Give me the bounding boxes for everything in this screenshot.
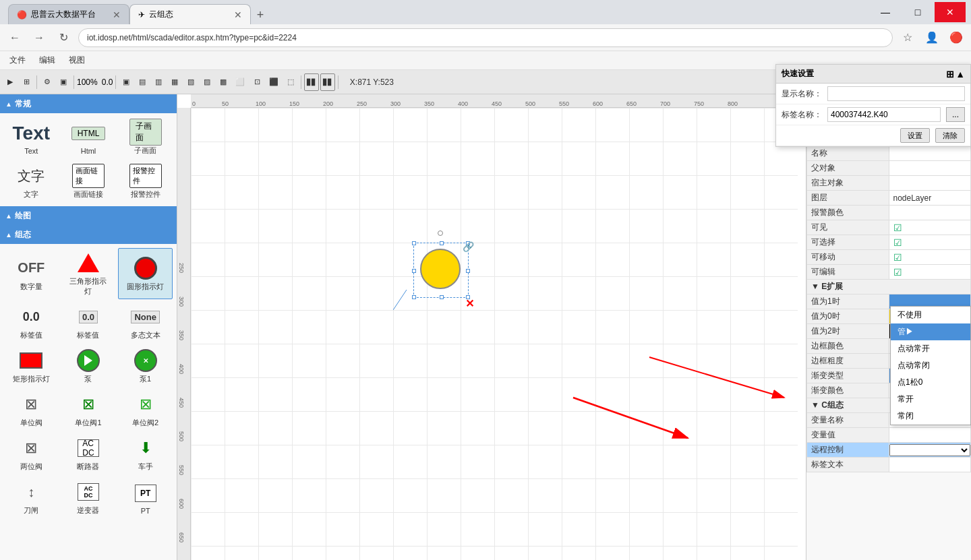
extension-button[interactable]: 🔴 [947,28,966,47]
widget-textsmall[interactable]: 文字 文字 [4,161,59,202]
widget-pagelink[interactable]: 画面链接 画面链接 [61,161,116,202]
widget-triangle-light[interactable]: 三角形指示灯 [61,248,116,299]
editable-check[interactable]: ☑ [893,267,902,278]
dropdown-item-pipe[interactable]: 管▶ [891,323,970,340]
prop-row-expand[interactable]: ▼ E扩展 [807,280,971,294]
canvas-area[interactable]: 0 50 100 150 200 250 300 350 400 450 500… [177,94,806,560]
tool-j[interactable]: ⬛ [266,73,282,91]
dropdown-item-nochange[interactable]: 不使用 [891,307,970,323]
tool-e[interactable]: ▧ [183,73,198,91]
forward-button[interactable]: → [30,28,49,47]
canvas-grid[interactable]: 🔗 ✕ [191,108,798,560]
tool-b[interactable]: ▤ [135,73,150,91]
tab-sipu[interactable]: 🔴 思普云大数据平台 ✕ [8,4,129,24]
handle-tl[interactable] [412,241,416,245]
widget-breaker[interactable]: ACDC 断路器 [61,433,116,474]
dropdown-item-always-open[interactable]: 常开 [891,391,970,408]
prop-value-host[interactable] [889,176,971,191]
handle-tm[interactable] [440,241,444,245]
tool-h[interactable]: ⬜ [232,73,248,91]
prop-expand-e[interactable]: ▼ E扩展 [807,280,971,294]
dropdown-item-always-close[interactable]: 常闭 [891,408,970,425]
widget-pump[interactable]: 泵 [61,346,116,387]
qs-tag-more-button[interactable]: ... [946,107,965,122]
new-tab-button[interactable]: + [251,5,270,24]
address-input[interactable] [78,28,893,47]
circle-indicator-element[interactable] [420,249,461,289]
widget-subfig[interactable]: 子画面 子画面 [118,117,173,158]
prop-value-tag-text[interactable] [889,458,971,472]
widget-rect-light[interactable]: 矩形指示灯 [4,346,59,387]
widget-text[interactable]: Text Text [4,117,59,158]
tool-f[interactable]: ▨ [200,73,214,91]
widget-pt[interactable]: PT PT [118,477,173,518]
widget-pump1[interactable]: ✕ 泵1 [118,346,173,387]
select-tool[interactable]: ▶ [3,73,18,91]
layout-tool[interactable]: ▣ [56,73,71,91]
qs-pin-button[interactable]: ⊞ [946,69,954,80]
bookmark-button[interactable]: ☆ [898,28,917,47]
rotation-handle[interactable] [438,230,443,236]
qs-collapse-button[interactable]: ▲ [955,69,965,80]
tool-k[interactable]: ⬚ [283,73,298,91]
tool-g[interactable]: ▩ [216,73,231,91]
dropdown-item-pulse-close[interactable]: 点动常闭 [891,357,970,374]
section-drawing[interactable]: ▲ 绘图 [0,206,177,225]
handle-ml[interactable] [412,269,416,273]
qs-display-name-input[interactable] [827,86,965,101]
widget-circle-light[interactable]: 圆形指示灯 [118,248,173,299]
menu-edit[interactable]: 编辑 [32,52,62,69]
widget-tagval1[interactable]: 0.0 标签值 [4,302,59,343]
canvas-content[interactable]: 🔗 ✕ [191,108,806,560]
prop-value-name[interactable] [889,146,971,161]
dropdown-item-pulse-open[interactable]: 点动常开 [891,340,970,357]
widget-inverter[interactable]: ACDC 逆变器 [61,477,116,518]
widget-tagval2[interactable]: 0.0 标签值 [61,302,116,343]
element-container[interactable]: 🔗 ✕ [407,222,474,303]
menu-view[interactable]: 视图 [62,52,92,69]
widget-valve1b[interactable]: ⊠ 单位阀2 [118,390,173,431]
widget-valve2[interactable]: ⊠ 两位阀 [4,433,59,474]
tool-a[interactable]: ▣ [119,73,134,91]
tab-cloud[interactable]: ✈ 云组态 ✕ [129,4,251,24]
selectable-check[interactable]: ☑ [893,237,902,248]
prop-value-parent[interactable] [889,161,971,176]
minimize-button[interactable]: — [870,2,901,22]
remote-control-select[interactable] [889,444,971,456]
widget-car[interactable]: ⬇ 车手 [118,433,173,474]
handle-bm[interactable] [440,295,444,299]
tool-m2[interactable]: ▊▊ [320,73,335,91]
prop-value-visible[interactable]: ☑ [889,220,971,235]
widget-valve1[interactable]: ⊠ 单位阀 [4,390,59,431]
tool-d[interactable]: ▦ [167,73,182,91]
widget-multitext[interactable]: None 多态文本 [118,302,173,343]
handle-mr[interactable] [466,269,470,273]
prop-value-remote[interactable] [889,443,971,458]
tab-close-cloud[interactable]: ✕ [234,9,242,20]
prop-value-movable[interactable]: ☑ [889,250,971,265]
section-common[interactable]: ▲ 常规 [0,94,177,113]
prop-value-editable[interactable]: ☑ [889,265,971,280]
tool-m1[interactable]: ▊▊ [304,73,319,91]
maximize-button[interactable]: □ [902,2,933,22]
copy-tool[interactable]: ⊞ [19,73,34,91]
visible-check[interactable]: ☑ [893,222,902,233]
tool-c[interactable]: ▥ [151,73,166,91]
tab-close-sipu[interactable]: ✕ [113,9,121,20]
back-button[interactable]: ← [5,28,24,47]
qs-tag-name-input[interactable] [827,107,941,122]
qs-clear-button[interactable]: 清除 [935,128,965,143]
prop-value-var-val[interactable] [889,428,971,443]
tool-i[interactable]: ⊡ [249,73,264,91]
widget-alarm[interactable]: 报警控件 报警控件 [118,161,173,202]
section-config[interactable]: ▲ 组态 [0,225,177,244]
widget-knife[interactable]: ↕ 刀闸 [4,477,59,518]
widget-html[interactable]: HTML Html [61,117,116,158]
close-button[interactable]: ✕ [935,2,966,22]
prop-value-layer[interactable]: nodeLayer [889,191,971,206]
widget-valve1g[interactable]: ⊠ 单位阀1 [61,390,116,431]
qs-set-button[interactable]: 设置 [900,128,930,143]
prop-value-selectable[interactable]: ☑ [889,235,971,250]
refresh-button[interactable]: ↻ [54,28,73,47]
menu-file[interactable]: 文件 [3,52,32,69]
